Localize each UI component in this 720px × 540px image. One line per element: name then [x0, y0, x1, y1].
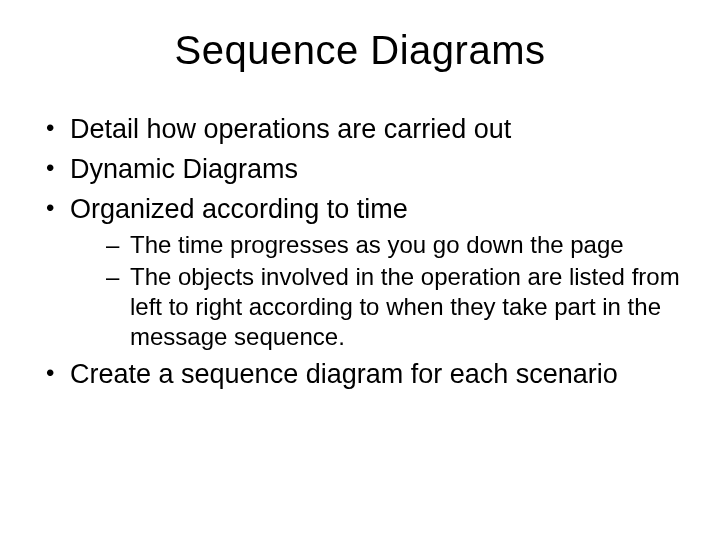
sub-bullet-item: The time progresses as you go down the p…	[106, 230, 690, 260]
bullet-item: Dynamic Diagrams	[42, 153, 690, 187]
bullet-item: Create a sequence diagram for each scena…	[42, 358, 690, 392]
bullet-text: Organized according to time	[70, 194, 408, 224]
sub-bullet-list: The time progresses as you go down the p…	[70, 230, 690, 352]
bullet-item: Organized according to time The time pro…	[42, 193, 690, 353]
bullet-list: Detail how operations are carried out Dy…	[30, 113, 690, 392]
slide-title: Sequence Diagrams	[30, 28, 690, 73]
bullet-item: Detail how operations are carried out	[42, 113, 690, 147]
sub-bullet-item: The objects involved in the operation ar…	[106, 262, 690, 352]
